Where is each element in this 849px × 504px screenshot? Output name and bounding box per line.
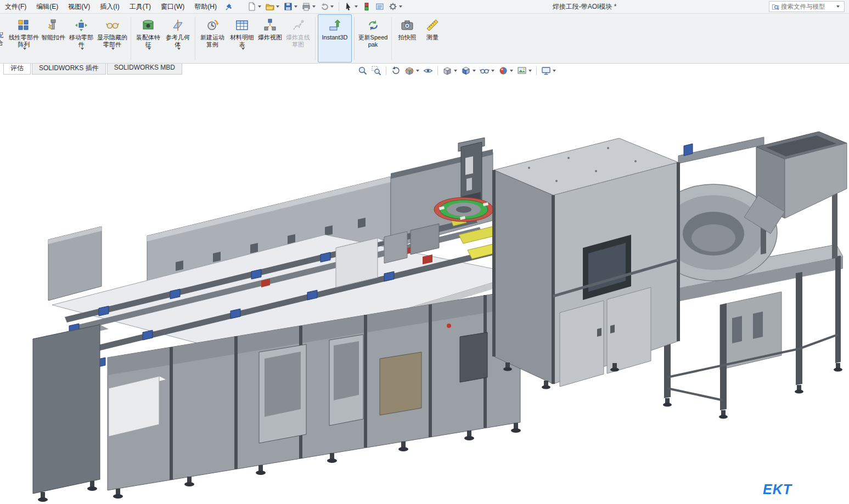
new-document-button[interactable] [246, 1, 263, 12]
ribbon-button-label: 更新Speedpak [358, 34, 388, 48]
instant3d-icon [328, 17, 341, 33]
dropdown-caret[interactable] [148, 48, 151, 50]
view-orientation-caret[interactable] [454, 70, 457, 72]
previous-view-button[interactable] [390, 65, 402, 76]
assembly-features-icon [142, 17, 155, 33]
dropdown-caret[interactable] [23, 48, 26, 50]
ribbon-smart-fasteners-button[interactable]: 智能扣件 [40, 14, 66, 63]
quick-access-toolbar [245, 1, 404, 12]
dropdown-caret[interactable] [111, 48, 115, 50]
zoom-to-area-icon [372, 66, 381, 76]
update-speedpak-icon [367, 17, 380, 33]
tab-evaluate[interactable]: 评估 [3, 62, 31, 75]
search-box[interactable] [769, 1, 845, 12]
ribbon-separator [195, 17, 195, 60]
dropdown-caret[interactable] [81, 48, 84, 50]
ribbon-partial-label: 配合 [0, 31, 5, 47]
ribbon-partial-left-button[interactable]: 配合 [0, 14, 6, 61]
open-button[interactable] [264, 1, 281, 12]
annotation-view-button[interactable] [422, 65, 434, 76]
menu-tools[interactable]: 工具(T) [125, 0, 156, 13]
options-caret[interactable] [399, 5, 402, 8]
ribbon-button-label: 线性零部件阵列 [9, 34, 39, 48]
hide-show-caret[interactable] [491, 70, 494, 72]
dropdown-caret[interactable] [241, 48, 245, 50]
display-style-icon [461, 66, 471, 76]
ribbon-reference-geometry-button[interactable]: 参考几何体 [163, 14, 193, 63]
save-button[interactable] [282, 1, 299, 12]
ribbon-exploded-view-button[interactable]: 爆炸视图 [257, 14, 283, 63]
apply-scene-caret[interactable] [528, 70, 532, 72]
ribbon-instant3d-button[interactable]: Instant3D [318, 14, 352, 63]
tab-solidworks-mbd[interactable]: SOLIDWORKS MBD [107, 62, 182, 75]
ribbon-assembly-features-button[interactable]: 装配体特征 [133, 14, 163, 63]
move-component-icon [75, 17, 88, 33]
ribbon-separator [315, 17, 316, 60]
new-document-caret[interactable] [258, 5, 261, 8]
open-caret[interactable] [276, 5, 279, 8]
edit-appearance-button[interactable] [497, 65, 514, 76]
aoi-module[interactable] [494, 138, 678, 389]
select-button[interactable] [342, 1, 359, 12]
gear-icon [389, 2, 397, 11]
zoom-to-area-button[interactable] [370, 65, 383, 76]
view-orientation-button[interactable] [441, 65, 458, 76]
bridge-conveyor[interactable] [678, 137, 764, 163]
rotary-turntable[interactable] [434, 197, 493, 222]
hide-show-items-button[interactable] [479, 65, 496, 76]
menu-file[interactable]: 文件(F) [0, 0, 31, 13]
ribbon-update-speedpak-button[interactable]: 更新Speedpak [357, 14, 389, 63]
pin-menu-icon[interactable] [225, 3, 233, 11]
ribbon-move-component-button[interactable]: 移动零部件 [66, 14, 96, 63]
dropdown-caret[interactable] [177, 48, 181, 50]
linear-pattern-icon [18, 17, 31, 33]
zoom-to-fit-button[interactable] [357, 65, 369, 76]
section-view-caret[interactable] [416, 70, 419, 72]
ribbon-linear-component-pattern-button[interactable]: 线性零部件阵列 [8, 14, 40, 63]
menu-window[interactable]: 窗口(W) [156, 0, 189, 13]
hide-show-items-icon [480, 66, 490, 76]
display-style-button[interactable] [460, 65, 477, 76]
ribbon-button-label: 移动零部件 [68, 34, 95, 48]
tab-solidworks-addins[interactable]: SOLIDWORKS 插件 [32, 62, 106, 75]
ribbon-take-snapshot-button[interactable]: 拍快照 [394, 14, 420, 63]
undo-caret[interactable] [330, 5, 334, 8]
edit-appearance-caret[interactable] [510, 70, 513, 72]
edit-appearance-icon [498, 66, 508, 76]
view-settings-icon [541, 66, 551, 76]
ribbon-show-hidden-components-button[interactable]: 显示隐藏的零部件 [96, 14, 128, 63]
select-caret[interactable] [355, 5, 358, 8]
print-caret[interactable] [312, 5, 316, 8]
menu-insert[interactable]: 插入(I) [95, 0, 124, 13]
view-settings-button[interactable] [540, 65, 557, 76]
display-style-caret[interactable] [473, 70, 476, 72]
headsup-separator [386, 66, 386, 75]
ribbon-bill-of-materials-button[interactable]: 材料明细表 [227, 14, 257, 63]
command-manager-tabs: 评估 SOLIDWORKS 插件 SOLIDWORKS MBD [0, 62, 183, 75]
menu-view[interactable]: 视图(V) [63, 0, 95, 13]
ribbon-measure-button[interactable]: 测量 [420, 14, 445, 63]
view-orientation-icon [442, 66, 452, 76]
apply-scene-button[interactable] [516, 65, 533, 76]
select-arrow-icon [344, 2, 353, 11]
undo-button[interactable] [318, 1, 335, 12]
search-input[interactable] [780, 3, 835, 10]
ribbon-new-motion-study-button[interactable]: 新建运动算例 [198, 14, 227, 63]
menu-edit[interactable]: 编辑(E) [31, 0, 63, 13]
document-title: 焊接工段-带AOI模块 * [553, 2, 617, 12]
view-settings-caret[interactable] [553, 70, 556, 72]
explode-line-sketch-icon [291, 17, 305, 33]
smart-fasteners-icon [47, 17, 60, 33]
save-caret[interactable] [294, 5, 297, 8]
rebuild-button[interactable] [361, 1, 373, 12]
menu-help[interactable]: 帮助(H) [189, 0, 222, 13]
search-caret[interactable] [836, 5, 840, 8]
ribbon-button-label: 材料明细表 [228, 34, 256, 48]
ribbon-separator [131, 17, 131, 60]
section-view-button[interactable] [403, 65, 420, 76]
options-gear-button[interactable] [387, 1, 404, 12]
options-list-button[interactable] [374, 1, 386, 12]
bom-table-icon [235, 17, 249, 33]
save-icon [284, 2, 293, 11]
print-button[interactable] [300, 1, 317, 12]
